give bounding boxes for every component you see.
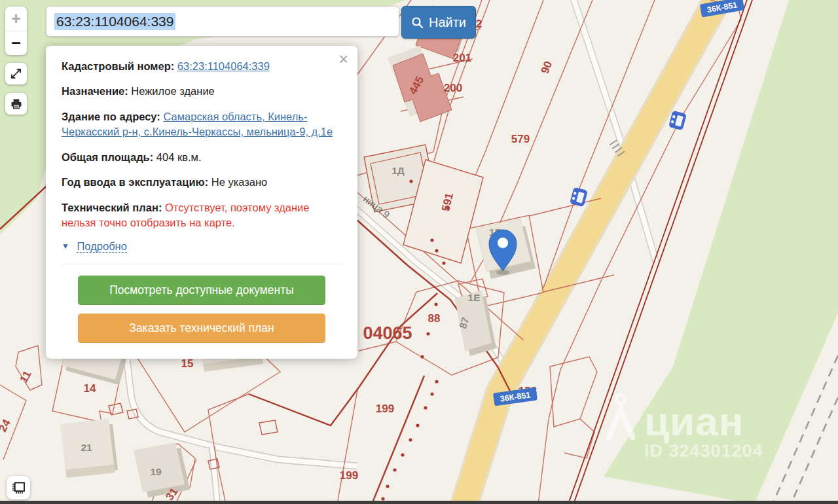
techplan-row: Технический план: Отсутствует, поэтому з… (62, 200, 342, 231)
map-label: 199 (376, 403, 394, 415)
zoom-control: + − (5, 7, 27, 55)
cadastral-number-row: Кадастровый номер: 63:23:1104064:339 (62, 59, 342, 74)
bottom-strip (0, 501, 838, 504)
map-label: 14 (84, 382, 96, 395)
cadastral-number-link[interactable]: 63:23:1104064:339 (177, 60, 270, 72)
close-icon[interactable]: × (338, 51, 348, 67)
map-label: 88 (428, 312, 441, 325)
search-input[interactable]: 63:23:1104064:339 (46, 6, 399, 37)
map-label: 19 (150, 466, 162, 477)
map-label: 1Д (392, 165, 405, 176)
map-label: 04065 (363, 323, 412, 343)
search-value: 63:23:1104064:339 (54, 13, 175, 30)
measure-button[interactable] (7, 476, 30, 499)
view-documents-button[interactable]: Посмотреть доступные документы (78, 276, 325, 305)
popup-divider (62, 264, 342, 264)
zoom-in-button[interactable]: + (5, 7, 27, 31)
printer-icon (10, 98, 23, 111)
year-row: Год ввода в эксплуатацию: Не указано (62, 175, 342, 190)
find-button-label: Найти (429, 15, 466, 30)
map-label: 21 (81, 442, 92, 453)
find-button[interactable]: Найти (401, 6, 476, 39)
zoom-out-button[interactable]: − (5, 31, 27, 56)
map-label: 579 (511, 133, 530, 145)
expand-icon (9, 67, 23, 81)
map-label: 200 (444, 82, 462, 94)
map-label: 15 (181, 357, 194, 370)
order-techplan-button[interactable]: Заказать технический план (78, 314, 325, 343)
details-link[interactable]: Подробно (77, 240, 126, 253)
address-row: Здание по адресу: Самарская область, Кин… (62, 109, 342, 140)
details-toggle[interactable]: ▼ Подробно (62, 240, 342, 253)
map-label: 201 (453, 52, 471, 64)
ruler-icon (10, 480, 26, 495)
purpose-row: Назначение: Нежилое здание (62, 84, 342, 99)
map-viewport[interactable]: 202201200445905795911Д1В1Е88870406515319… (0, 0, 838, 504)
print-button[interactable] (5, 93, 27, 115)
map-label: 1Е (468, 292, 481, 303)
search-icon (411, 16, 424, 29)
parcel-info-popup: × Кадастровый номер: 63:23:1104064:339 Н… (46, 46, 357, 359)
fullscreen-button[interactable] (5, 63, 27, 84)
map-label: 199 (340, 469, 358, 482)
area-row: Общая площадь: 404 кв.м. (62, 150, 342, 165)
chevron-down-icon: ▼ (62, 242, 69, 251)
